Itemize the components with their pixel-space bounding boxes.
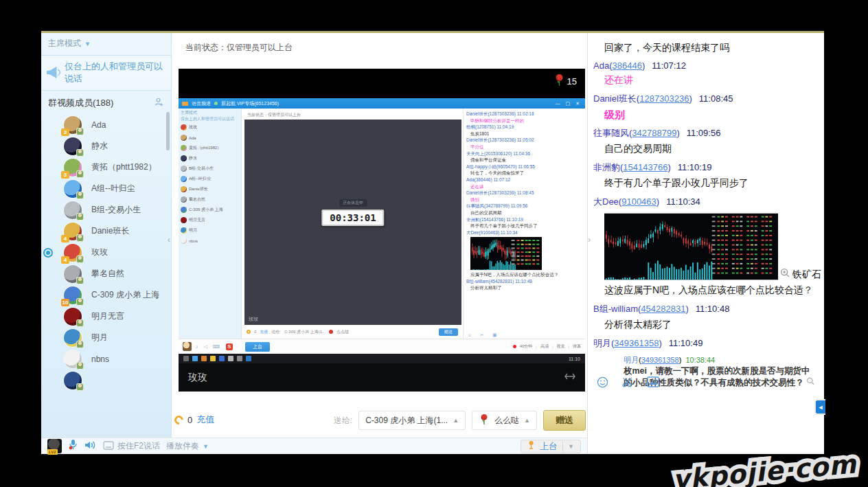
member-row[interactable]: 4Danie班长 (41, 220, 171, 242)
taskbar-app-icon (201, 356, 207, 361)
quoted-sender-id-link[interactable]: 349361358 (641, 356, 679, 364)
chat-sender-name: 明月 (593, 338, 611, 348)
shared-chat-line: 佣金和平台保证金 (466, 157, 582, 163)
chat-message-text: 回家了，今天的课程结束了吗 (604, 41, 821, 54)
member-name: C-309 虎小弟 上海 (91, 289, 159, 301)
add-member-icon[interactable] (154, 97, 164, 109)
collapse-left-panel-icon[interactable]: ‹ (168, 235, 170, 245)
chat-sender-name: 往事随风 (593, 128, 629, 138)
member-avatar (64, 308, 82, 326)
send-image-icon[interactable] (647, 376, 659, 391)
chat-message-header: Daniel班长(1287303236)11:08:45 (593, 93, 821, 105)
shared-chat-line: 甲醇和钢联分析评是一样的 (466, 117, 582, 124)
chevron-down-icon: ▼ (568, 443, 574, 450)
shared-chat-line: 自己的交易周期 (466, 209, 582, 216)
announcement-text: 仅台上的人和管理员可以说话 (65, 60, 167, 85)
chat-sender-id-link[interactable]: 386446 (612, 60, 641, 71)
gift-recipient-select[interactable]: C-309 虎小弟 上海(1... ▲ (358, 411, 466, 430)
member-row[interactable]: 3Ada (41, 114, 171, 135)
member-name: 明月 (91, 332, 108, 343)
taskbar-clock: 11:10 (569, 356, 580, 361)
member-row[interactable] (41, 370, 171, 391)
member-row[interactable]: 明月 (41, 327, 171, 348)
member-row[interactable]: 3黄拓（phtt1982） (41, 157, 171, 178)
member-list: 3Ada静水3黄拓（phtt1982）A组--叶归尘B组-交易小生4Danie班… (41, 111, 171, 391)
speaker-icon[interactable] (84, 440, 97, 453)
chat-sender-id-link[interactable]: 454282831 (641, 304, 685, 314)
screenshot-scissors-icon[interactable] (621, 376, 634, 391)
shared-chat-line: 半分位 (466, 144, 582, 150)
mini-figure-icon (76, 298, 84, 306)
chat-sender-id-link[interactable]: 349361358 (614, 338, 659, 348)
shared-video-area: 正在休息中 00:33:01 玫玫 (244, 120, 461, 325)
shared-stage-button: 上台 (245, 342, 270, 352)
send-gift-button[interactable]: 赠送 (543, 410, 586, 431)
shared-tab: 高清 (540, 343, 549, 350)
app-window: 主席模式 ▼ 仅台上的人和管理员可以说话 群视频成员(188) 3Ada静水3黄… (41, 31, 824, 454)
shared-member-name: 玫玫 (189, 124, 197, 131)
video-overlay-bar: 玫玫 (179, 363, 585, 392)
shared-member-avatar (181, 227, 187, 234)
shared-member-row: 静水 (181, 153, 241, 163)
member-avatar (64, 137, 82, 155)
member-row[interactable]: nbns (41, 348, 171, 370)
push-to-talk-control[interactable]: 按住F2说话 (103, 440, 160, 453)
shared-location-icon (214, 102, 218, 105)
member-row[interactable]: 10C-309 虎小弟 上海 (41, 284, 171, 306)
member-avatar (64, 329, 82, 347)
chat-message-text: 自己的交易周期 (604, 142, 821, 155)
chat-sender-id-link[interactable]: 9100463 (621, 196, 656, 207)
chat-sender-id-link[interactable]: 342788799 (632, 128, 676, 138)
recharge-link[interactable]: 充值 (196, 414, 214, 426)
mode-selector[interactable]: 主席模式 ▼ (41, 33, 171, 49)
sogou-input-icon: S (226, 343, 233, 350)
shared-member-avatar (181, 145, 187, 151)
chevron-up-icon: ▲ (453, 417, 459, 424)
level-badge: 3 (61, 171, 69, 179)
member-row[interactable]: 4玫玫 (41, 242, 171, 263)
shared-member-avatar (181, 207, 187, 213)
level-badge: 4 (61, 256, 69, 264)
resize-video-icon[interactable] (564, 372, 575, 384)
mini-figure-icon (76, 341, 84, 348)
shared-titlebar-text: 新起航 VIP专场(65123456) (221, 100, 279, 107)
shared-member-name: nbns (189, 239, 198, 243)
panel-flag-icon[interactable]: ◄ (814, 399, 825, 415)
record-dot-icon (513, 345, 516, 348)
candlestick-chart-thumbnail[interactable] (604, 212, 778, 281)
magnifier-icon[interactable] (804, 378, 815, 387)
mini-figure-icon (76, 170, 84, 178)
shared-member-name: 攀名自然 (189, 196, 205, 203)
zoom-in-icon[interactable] (780, 268, 790, 281)
go-on-stage-button[interactable]: 上台 ▼ (521, 440, 581, 453)
shared-tab: 40分钟 (520, 343, 533, 350)
emoji-icon[interactable] (597, 376, 608, 391)
shared-member-row: Danie班长 (181, 184, 241, 194)
stage-mic-icon (527, 440, 535, 452)
member-list-scrollbar[interactable] (166, 112, 170, 150)
chat-timestamp: 11:10:49 (669, 338, 703, 348)
member-name: 玫玫 (91, 247, 108, 258)
my-avatar[interactable]: LV2 (47, 439, 62, 453)
megaphone-icon (45, 65, 60, 81)
gift-type-select[interactable]: 么么哒 ▲ (472, 411, 537, 430)
taskbar-app-icon (183, 356, 189, 361)
play-accompaniment-control[interactable]: 播放伴奏 ▼ (166, 440, 209, 452)
member-row[interactable]: 静水 (41, 135, 171, 157)
microphone-muted-icon[interactable] (68, 439, 78, 453)
shared-member-row: B组-交易小生 (181, 163, 241, 174)
member-row[interactable]: B组-交易小生 (41, 199, 171, 220)
shared-chat-line: 分析得太精彩了 (466, 284, 582, 291)
broadcaster-name: 玫玫 (188, 372, 207, 384)
member-row[interactable]: 攀名自然 (41, 263, 171, 284)
shared-chat-line: 往事随风(342788799) 11:09:56 (466, 203, 582, 209)
chat-sender-name: 大Dee (593, 196, 619, 207)
member-row[interactable]: A组--叶归尘 (41, 178, 171, 199)
collapse-right-panel-icon[interactable]: › (588, 235, 591, 245)
member-name: Ada (91, 120, 106, 130)
chat-sender-id-link[interactable]: 154143766 (623, 162, 667, 172)
chat-sender-id-link[interactable]: 1287303236 (639, 93, 689, 104)
member-name: 攀名自然 (91, 268, 124, 280)
chat-message-header: 大Dee(9100463)11:10:34 (593, 196, 821, 208)
member-row[interactable]: 明月无言 (41, 306, 171, 327)
